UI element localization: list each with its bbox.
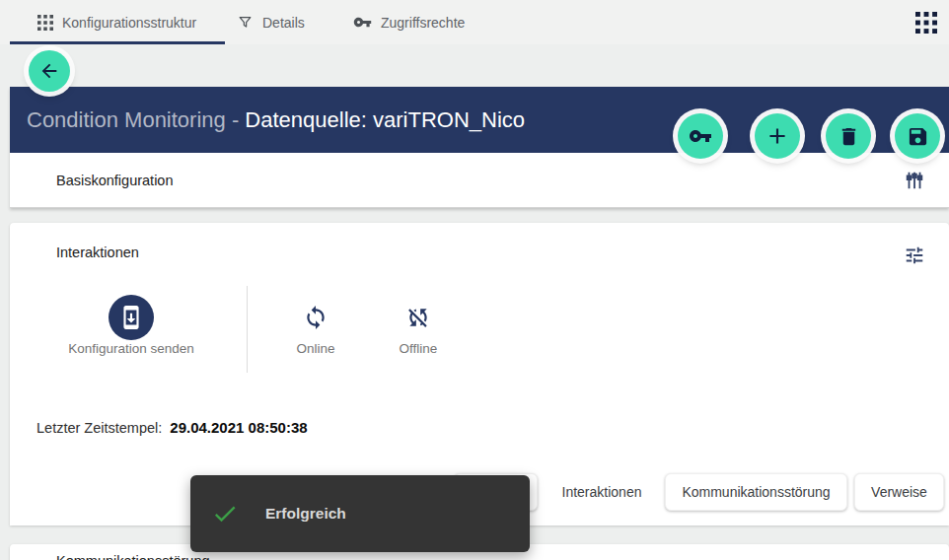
system-update-icon xyxy=(118,305,144,330)
nav-kommunikationsstoerung[interactable]: Kommunikationsstörung xyxy=(665,473,847,511)
page-title: Condition Monitoring - Datenquelle: vari… xyxy=(27,87,525,153)
back-button[interactable] xyxy=(29,50,70,92)
config-card: Condition Monitoring - Datenquelle: vari… xyxy=(10,87,949,208)
back-arrow-icon xyxy=(38,60,60,82)
tab-zugriffsrechte[interactable]: Zugriffsrechte xyxy=(353,0,465,44)
key-icon xyxy=(689,124,712,148)
online-button[interactable] xyxy=(303,305,328,330)
vertical-sliders-icon[interactable] xyxy=(904,170,925,191)
save-icon xyxy=(907,125,929,148)
timestamp-label: Letzter Zeitstempel: xyxy=(36,420,162,436)
tab-label: Konfigurationsstruktur xyxy=(62,15,196,31)
timestamp-value: 29.04.2021 08:50:38 xyxy=(170,419,307,436)
page-title-main: Datenquelle: variTRON_Nico xyxy=(245,107,525,132)
offline-button[interactable] xyxy=(405,305,431,330)
tab-konfigurationsstruktur[interactable]: Konfigurationsstruktur xyxy=(37,0,196,44)
sync-disabled-icon xyxy=(405,305,431,330)
tab-label: Zugriffsrechte xyxy=(381,15,465,31)
tab-details[interactable]: Details xyxy=(237,0,305,44)
grid-icon xyxy=(37,15,53,31)
offline-label: Offline xyxy=(379,341,458,356)
send-configuration-button[interactable] xyxy=(109,295,154,340)
success-toast: Erfolgreich xyxy=(190,475,530,552)
check-icon xyxy=(211,500,239,527)
app-window: Konfigurationsstruktur Details Zugriffsr… xyxy=(0,0,949,560)
access-key-button[interactable] xyxy=(678,113,723,159)
sync-icon xyxy=(303,305,328,330)
trash-icon xyxy=(838,125,860,148)
page-title-prefix: Condition Monitoring - xyxy=(27,107,245,132)
divider xyxy=(247,286,248,373)
kommunikationsstoerung-title: Kommunikationsstörung xyxy=(56,553,210,560)
delete-button[interactable] xyxy=(826,113,871,159)
nav-verweise[interactable]: Verweise xyxy=(854,473,944,511)
tune-icon[interactable] xyxy=(904,245,925,266)
basiskonfiguration-row: Basiskonfiguration xyxy=(10,153,949,207)
apps-grid-icon[interactable] xyxy=(915,12,937,34)
basiskonfiguration-title: Basiskonfiguration xyxy=(56,173,174,188)
add-button[interactable] xyxy=(755,113,800,159)
interaktionen-title: Interaktionen xyxy=(56,245,139,260)
send-configuration-label: Konfiguration senden xyxy=(30,341,233,356)
filter-icon xyxy=(237,14,254,31)
toast-message: Erfolgreich xyxy=(265,505,346,523)
online-label: Online xyxy=(276,341,355,356)
save-button[interactable] xyxy=(895,113,940,159)
page-header: Condition Monitoring - Datenquelle: vari… xyxy=(10,87,949,153)
key-icon xyxy=(353,13,372,32)
timestamp-row: Letzter Zeitstempel:29.04.2021 08:50:38 xyxy=(36,419,308,436)
top-tab-bar: Konfigurationsstruktur Details Zugriffsr… xyxy=(0,0,949,44)
active-tab-indicator xyxy=(10,41,225,44)
tab-label: Details xyxy=(262,15,305,31)
nav-interaktionen[interactable]: Interaktionen xyxy=(560,473,643,511)
plus-icon xyxy=(765,123,790,149)
